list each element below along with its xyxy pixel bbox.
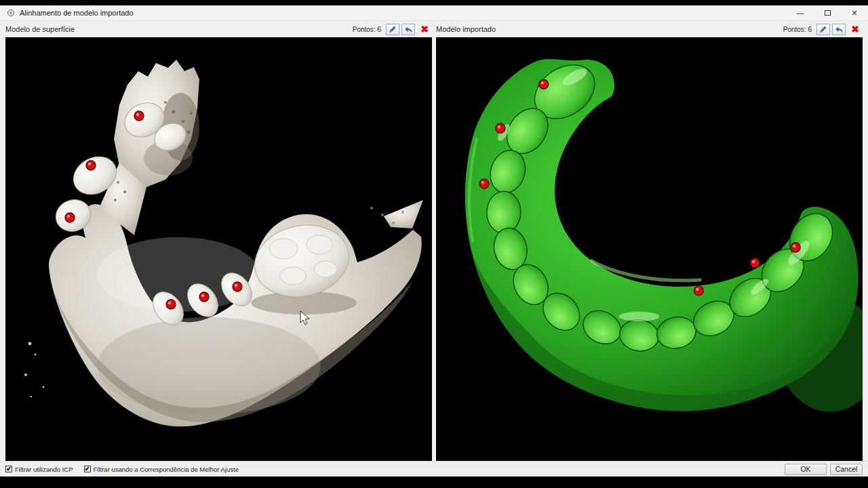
alignment-point-highlight — [136, 113, 139, 116]
pencil-icon — [389, 25, 397, 33]
maximize-icon — [825, 10, 831, 16]
footer-bar: ✔ Filtrar utilizando ICP ✔ Filtrar usand… — [0, 461, 868, 476]
app-icon — [7, 9, 15, 17]
alignment-point-marker[interactable] — [86, 161, 96, 170]
alignment-dialog: Alinhamento de modelo importado — ✕ Mode… — [0, 5, 868, 476]
alignment-point-highlight — [793, 245, 795, 247]
surface-points-count: Pontos: 6 — [353, 26, 381, 33]
alignment-point-marker[interactable] — [166, 300, 176, 309]
alignment-point-highlight — [696, 288, 698, 291]
icp-checkbox[interactable]: ✔ — [5, 466, 12, 472]
imported-model-viewport[interactable] — [436, 37, 863, 461]
check-icon: ✔ — [85, 466, 90, 472]
cancel-button[interactable]: Cancel — [830, 464, 863, 475]
window-controls: — ✕ — [787, 5, 868, 20]
alignment-point-highlight — [498, 125, 500, 128]
close-button[interactable]: ✕ — [841, 5, 868, 20]
imported-panel-title: Modelo importado — [436, 25, 496, 33]
undo-icon — [835, 26, 844, 33]
alignment-point-marker[interactable] — [791, 243, 800, 252]
alignment-point-highlight — [67, 215, 70, 218]
surface-add-point-button[interactable] — [386, 24, 399, 35]
alignment-point-highlight — [481, 181, 484, 184]
alignment-point-marker[interactable] — [479, 179, 489, 188]
imported-undo-button[interactable] — [832, 24, 846, 35]
minimize-button[interactable]: — — [787, 5, 814, 20]
imported-delete-points-button[interactable]: ✖ — [848, 23, 863, 35]
alignment-point-marker[interactable] — [750, 258, 760, 268]
mandible-model — [24, 60, 423, 426]
delete-icon: ✖ — [420, 24, 429, 34]
surface-model-viewport[interactable] — [5, 37, 432, 461]
ok-button[interactable]: OK — [785, 464, 827, 475]
viewport-area — [0, 37, 868, 461]
maximize-button[interactable] — [814, 5, 841, 20]
bestfit-filter-option: ✔ Filtrar usando a Correspondência de Me… — [84, 466, 239, 473]
icp-checkbox-label: Filtrar utilizando ICP — [15, 466, 73, 473]
alignment-point-marker[interactable] — [496, 123, 505, 133]
minimize-icon: — — [797, 9, 804, 17]
alignment-point-marker[interactable] — [65, 213, 75, 222]
surface-panel-title: Modelo de superfície — [5, 25, 75, 33]
surface-panel-header: Modelo de superfície Pontos: 6 — [5, 21, 432, 37]
check-icon: ✔ — [6, 466, 12, 472]
alignment-point-highlight — [201, 294, 204, 297]
undo-icon — [404, 26, 413, 33]
alignment-point-highlight — [168, 302, 171, 304]
panel-headers: Modelo de superfície Pontos: 6 — [0, 21, 868, 37]
imported-points-count: Pontos: 6 — [783, 26, 812, 33]
alignment-point-highlight — [88, 163, 91, 165]
imported-add-point-button[interactable] — [816, 24, 830, 35]
dental-arch-model — [465, 54, 863, 411]
pencil-icon — [819, 25, 827, 33]
alignment-point-highlight — [541, 81, 544, 84]
close-icon: ✕ — [851, 9, 857, 18]
bestfit-checkbox-label: Filtrar usando a Correspondência de Melh… — [94, 466, 239, 473]
alignment-point-marker[interactable] — [694, 286, 703, 296]
alignment-point-marker[interactable] — [233, 282, 242, 291]
surface-model-render — [5, 37, 432, 461]
delete-icon: ✖ — [851, 24, 859, 34]
surface-delete-points-button[interactable]: ✖ — [417, 23, 432, 35]
alignment-point-marker[interactable] — [134, 111, 144, 121]
icp-filter-option: ✔ Filtrar utilizando ICP — [5, 466, 73, 473]
alignment-point-highlight — [235, 284, 237, 287]
bestfit-checkbox[interactable]: ✔ — [84, 466, 91, 472]
imported-model-render — [436, 37, 863, 461]
imported-panel-header: Modelo importado Pontos: 6 ✖ — [436, 21, 863, 37]
window-title: Alinhamento de modelo importado — [20, 9, 134, 17]
alignment-point-highlight — [752, 260, 755, 263]
scan-noise-specks — [24, 342, 45, 398]
video-frame: Alinhamento de modelo importado — ✕ Mode… — [0, 0, 868, 488]
alignment-point-marker[interactable] — [539, 79, 549, 89]
titlebar: Alinhamento de modelo importado — ✕ — [0, 5, 868, 21]
surface-undo-button[interactable] — [401, 24, 415, 35]
alignment-point-marker[interactable] — [199, 292, 209, 302]
